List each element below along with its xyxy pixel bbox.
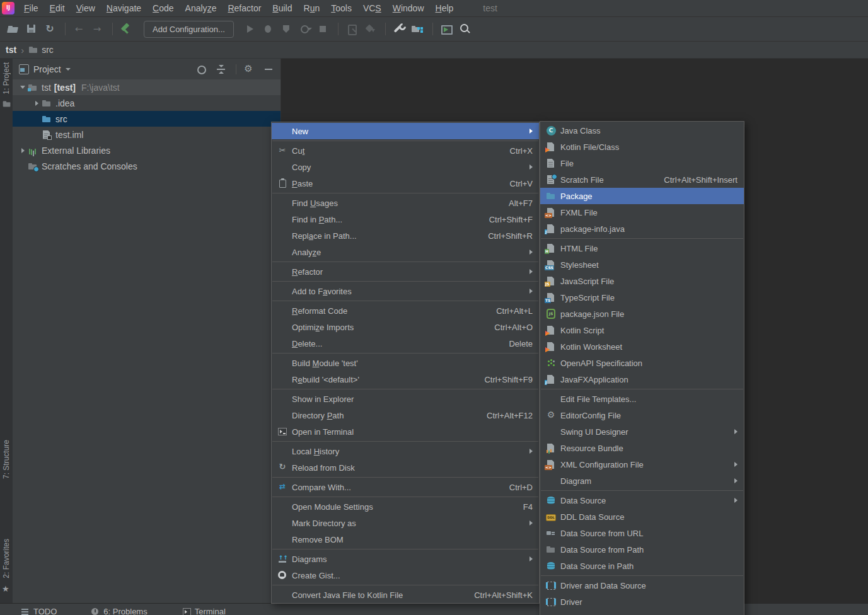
menu-view[interactable]: View <box>71 3 101 13</box>
menu-vcs[interactable]: VCS <box>357 3 387 13</box>
statusbar-todo[interactable]: TODO <box>21 607 57 615</box>
context-menu-item-paste[interactable]: Paste Ctrl+V <box>272 175 539 192</box>
tree-row-tst[interactable]: tst [test] F:\java\tst <box>13 79 281 95</box>
tree-row-idea[interactable]: .idea <box>13 95 281 111</box>
submenu-item-data-source-from-path[interactable]: Data Source from Path <box>540 541 744 558</box>
context-menu-item-open-in-terminal[interactable]: Open in Terminal <box>272 423 539 440</box>
context-menu-item-build-module[interactable]: Build Module 'test' <box>272 355 539 371</box>
debug-icon[interactable] <box>260 21 276 37</box>
locate-file-icon[interactable] <box>195 64 207 75</box>
context-menu-item-rebuild[interactable]: Rebuild '<default>' Ctrl+Shift+F9 <box>272 371 539 388</box>
tree-row-test-iml[interactable]: test.iml <box>13 127 281 142</box>
breadcrumb-project[interactable]: tst <box>6 45 16 55</box>
context-menu-item-add-to-favorites[interactable]: Add to Favorites <box>272 283 539 299</box>
context-menu-item-create-gist[interactable]: Create Gist... <box>272 567 539 583</box>
submenu-item-java-class[interactable]: C Java Class <box>540 122 744 139</box>
context-menu-item-delete[interactable]: Delete... Delete <box>272 335 539 352</box>
project-panel-title[interactable]: Project <box>33 64 61 74</box>
submenu-item-data-source-from-url[interactable]: Data Source from URL <box>540 525 744 541</box>
context-menu-item-convert-java-to-kotlin[interactable]: Convert Java File to Kotlin File Ctrl+Al… <box>272 587 539 603</box>
chevron-collapsed-icon[interactable] <box>21 148 25 153</box>
submenu-item-package-json[interactable]: JS package.json File <box>540 306 744 322</box>
context-menu-item-show-in-explorer[interactable]: Show in Explorer <box>272 391 539 407</box>
submenu-item-data-source-in-path[interactable]: Data Source in Path <box>540 558 744 574</box>
context-menu-item-copy[interactable]: Copy <box>272 159 539 175</box>
submenu-item-package-info[interactable]: J package-info.java <box>540 221 744 237</box>
statusbar-terminal[interactable]: Terminal <box>182 607 226 615</box>
gear-icon[interactable]: ⚙ <box>243 64 254 75</box>
update-app-icon[interactable] <box>362 21 378 37</box>
chevron-collapsed-icon[interactable] <box>35 101 38 106</box>
submenu-item-swing-ui-designer[interactable]: Swing UI Designer <box>540 423 744 440</box>
tree-row-scratches[interactable]: Scratches and Consoles <box>13 158 281 174</box>
menu-window[interactable]: Window <box>387 3 430 13</box>
context-menu-item-remove-bom[interactable]: Remove BOM <box>272 531 539 548</box>
context-menu-item-diagrams[interactable]: ↑↑ Diagrams <box>272 551 539 567</box>
submenu-item-kotlin-file[interactable]: Kotlin File/Class <box>540 139 744 155</box>
submenu-item-typescript-file[interactable]: TS TypeScript File <box>540 289 744 306</box>
submenu-item-xml-configuration-file[interactable]: <> XML Configuration File <box>540 456 744 473</box>
forward-icon[interactable]: → <box>89 21 105 37</box>
tool-button-project[interactable]: 1: Project <box>0 62 13 108</box>
submenu-item-edit-file-templates[interactable]: Edit File Templates... <box>540 391 744 407</box>
context-menu-item-new[interactable]: New <box>272 123 539 139</box>
context-menu-item-analyze[interactable]: Analyze <box>272 244 539 260</box>
context-menu-item-cut[interactable]: ✂ Cut Ctrl+X <box>272 142 539 159</box>
statusbar-problems[interactable]: 6: Problems <box>91 607 147 615</box>
submenu-item-driver-and-data-source[interactable]: Driver and Data Source <box>540 577 744 594</box>
menu-refactor[interactable]: Refactor <box>222 3 267 13</box>
menu-tools[interactable]: Tools <box>325 3 357 13</box>
back-icon[interactable]: ← <box>71 21 87 37</box>
profiler-icon[interactable] <box>296 21 313 37</box>
search-everywhere-icon[interactable] <box>456 21 473 37</box>
build-hammer-icon[interactable] <box>118 21 134 37</box>
collapse-all-icon[interactable] <box>216 64 227 75</box>
submenu-item-javafx-application[interactable]: J JavaFXApplication <box>540 371 744 388</box>
tool-button-structure[interactable]: 7: Structure <box>0 440 13 492</box>
submenu-item-openapi-spec[interactable]: OpenAPI Specification <box>540 355 744 371</box>
context-menu-item-directory-path[interactable]: Directory Path Ctrl+Alt+F12 <box>272 407 539 423</box>
submenu-item-file[interactable]: File <box>540 155 744 171</box>
sync-icon[interactable]: ↻ <box>42 21 58 37</box>
breadcrumb-folder[interactable]: src <box>42 45 54 55</box>
context-menu-item-reformat-code[interactable]: Reformat Code Ctrl+Alt+L <box>272 302 539 319</box>
context-menu-item-mark-directory-as[interactable]: Mark Directory as <box>272 515 539 531</box>
project-structure-icon[interactable] <box>409 21 425 37</box>
context-menu-item-reload-from-disk[interactable]: ↻ Reload from Disk <box>272 459 539 476</box>
context-menu-item-compare-with[interactable]: ⇄ Compare With... Ctrl+D <box>272 479 539 495</box>
submenu-item-html-file[interactable]: H HTML File <box>540 240 744 256</box>
context-menu-item-find-in-path[interactable]: Find in Path... Ctrl+Shift+F <box>272 211 539 227</box>
submenu-item-data-source[interactable]: Data Source <box>540 492 744 509</box>
context-menu-item-optimize-imports[interactable]: Optimize Imports Ctrl+Alt+O <box>272 319 539 335</box>
context-menu-item-replace-in-path[interactable]: Replace in Path... Ctrl+Shift+R <box>272 227 539 244</box>
tree-row-src[interactable]: src <box>13 111 281 127</box>
context-menu-item-refactor[interactable]: Refactor <box>272 263 539 280</box>
submenu-item-package[interactable]: Package <box>540 188 744 204</box>
submenu-item-scratch-file[interactable]: Scratch File Ctrl+Alt+Shift+Insert <box>540 171 744 188</box>
open-folder-icon[interactable] <box>5 21 21 37</box>
submenu-item-resource-bundle[interactable]: Resource Bundle <box>540 440 744 456</box>
run-icon[interactable] <box>241 21 258 37</box>
menu-run[interactable]: Run <box>298 3 326 13</box>
attach-process-icon[interactable] <box>344 21 360 37</box>
submenu-item-javascript-file[interactable]: JS JavaScript File <box>540 273 744 289</box>
submenu-item-kotlin-script[interactable]: Kotlin Script <box>540 322 744 338</box>
tree-row-external-libraries[interactable]: External Libraries <box>13 142 281 158</box>
tool-button-favorites[interactable]: 2: Favorites ★ <box>0 539 13 592</box>
run-anything-icon[interactable] <box>438 21 454 37</box>
submenu-item-kotlin-worksheet[interactable]: Kotlin Worksheet <box>540 338 744 355</box>
context-menu-item-local-history[interactable]: Local History <box>272 443 539 459</box>
menu-file[interactable]: File <box>18 3 44 13</box>
context-menu-item-find-usages[interactable]: Find Usages Alt+F7 <box>272 195 539 211</box>
submenu-item-ddl-data-source[interactable]: DDL DDL Data Source <box>540 509 744 525</box>
menu-edit[interactable]: Edit <box>44 3 71 13</box>
save-all-icon[interactable] <box>23 21 40 37</box>
submenu-item-editorconfig-file[interactable]: ⚙ EditorConfig File <box>540 407 744 423</box>
hide-panel-icon[interactable] <box>263 64 274 75</box>
submenu-item-diagram[interactable]: Diagram <box>540 473 744 489</box>
menu-code[interactable]: Code <box>147 3 179 13</box>
submenu-item-driver[interactable]: Driver <box>540 594 744 610</box>
settings-wrench-icon[interactable] <box>391 21 407 37</box>
stop-icon[interactable] <box>315 21 331 37</box>
menu-build[interactable]: Build <box>267 3 298 13</box>
